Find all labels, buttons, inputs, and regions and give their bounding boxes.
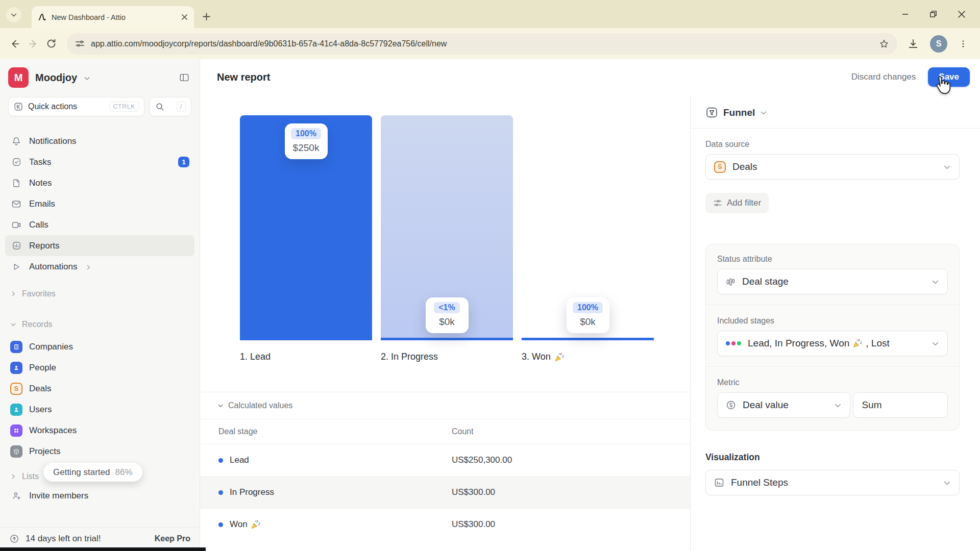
collapse-sidebar-icon[interactable] (179, 72, 189, 83)
back-button[interactable] (9, 38, 20, 49)
table-row[interactable]: Lead US$250,300.00 (200, 444, 690, 476)
funnel-step-lead[interactable]: 100% $250k 1. Lead (240, 115, 372, 362)
conversion-percent: 100% (291, 128, 321, 139)
sidebar-item-users[interactable]: Users (5, 399, 194, 420)
funnel-value-badge: 100% $0k (567, 297, 609, 333)
browser-toolbar: app.attio.com/moodjoycorp/reports/dashbo… (0, 28, 980, 59)
sidebar-item-invite-members[interactable]: Invite members (5, 485, 194, 506)
funnel-bar[interactable]: <1% $0k (381, 115, 513, 340)
page-title: New report (217, 71, 270, 83)
report-type-selector[interactable]: Funnel (691, 102, 980, 129)
discard-changes-button[interactable]: Discard changes (851, 72, 916, 82)
sidebar-item-label: People (29, 363, 56, 373)
upgrade-icon (9, 534, 19, 544)
conversion-percent: <1% (434, 302, 459, 313)
stage-axis-label: 3. Won (522, 352, 654, 362)
chevron-down-icon (10, 321, 16, 328)
sidebar-item-automations[interactable]: Automations (5, 256, 194, 277)
browser-profile-avatar[interactable]: S (930, 35, 947, 53)
sidebar-item-notifications[interactable]: Notifications (5, 131, 194, 152)
data-source-select[interactable]: S Deals (705, 154, 960, 180)
status-attribute-value: Deal stage (742, 276, 789, 287)
table-row[interactable]: Won US$300.00 (200, 508, 690, 540)
users-icon (10, 404, 22, 416)
forward-button[interactable] (28, 38, 39, 49)
stage-axis-label: 1. Lead (240, 352, 372, 362)
metric-label: Metric (717, 378, 948, 387)
sidebar-item-companies[interactable]: Companies (5, 336, 194, 357)
funnel-config-card: Status attribute Deal stage Included sta… (705, 244, 960, 431)
bookmark-star-icon[interactable] (879, 39, 889, 49)
browser-tab[interactable]: New Dashboard - Attio (32, 6, 194, 28)
table-row[interactable]: In Progress US$300.00 (200, 476, 690, 508)
sidebar-section-records[interactable]: Records (0, 302, 200, 332)
visualization-label: Visualization (705, 452, 960, 463)
funnel-fill-bar (381, 338, 513, 340)
funnel-bar[interactable]: 100% $250k (240, 115, 372, 340)
sidebar-item-label: Emails (29, 199, 55, 209)
funnel-step-won[interactable]: 100% $0k 3. Won (522, 115, 654, 362)
envelope-icon (10, 199, 22, 209)
tab-search-button[interactable] (6, 7, 21, 22)
keep-pro-button[interactable]: Keep Pro (155, 534, 190, 543)
restore-button[interactable] (929, 10, 937, 18)
included-stages-value: Lead, In Progress, Won , Lost (748, 338, 890, 349)
funnel-step-in-progress[interactable]: <1% $0k 2. In Progress (381, 115, 513, 362)
chevron-down-icon (932, 278, 939, 286)
sidebar-item-people[interactable]: People (5, 357, 194, 378)
getting-started-label: Getting started (53, 467, 110, 478)
party-popper-emoji (852, 338, 863, 348)
funnel-bar[interactable]: 100% $0k (522, 115, 654, 340)
right-column: New report Discard changes Save (200, 59, 980, 551)
sidebar-item-label: Workspaces (29, 425, 77, 436)
divider (706, 366, 959, 367)
workspace-avatar: M (8, 67, 29, 88)
funnel-chart: 100% $250k 1. Lead <1% (200, 95, 690, 362)
close-window-button[interactable] (958, 10, 966, 18)
site-info-icon[interactable] (75, 39, 85, 48)
sidebar-item-tasks[interactable]: Tasks 1 (5, 152, 194, 172)
included-stages-select[interactable]: Lead, In Progress, Won , Lost (717, 331, 948, 356)
column-deal-stage: Deal stage (218, 427, 452, 436)
sidebar-item-projects[interactable]: Projects (5, 441, 194, 462)
calculated-values-toggle[interactable]: Calculated values (200, 392, 690, 419)
visualization-select[interactable]: Funnel Steps (705, 470, 960, 495)
sidebar-item-reports[interactable]: Reports (5, 235, 194, 256)
status-attribute-select[interactable]: Deal stage (717, 269, 948, 294)
sidebar-item-workspaces[interactable]: Workspaces (5, 420, 194, 441)
sidebar-item-label: Notifications (29, 136, 77, 146)
screen-edge-artifact (0, 547, 206, 551)
minimize-button[interactable] (901, 10, 909, 18)
new-tab-button[interactable] (202, 12, 211, 21)
sidebar-item-emails[interactable]: Emails (5, 193, 194, 214)
tab-close-icon[interactable] (181, 14, 188, 20)
metric-attribute-select[interactable]: Deal value (717, 392, 850, 418)
url-bar[interactable]: app.attio.com/moodjoycorp/reports/dashbo… (67, 33, 897, 55)
stage-name: Won (230, 519, 261, 530)
metric-aggregation-select[interactable]: Sum (853, 392, 948, 418)
sidebar-item-deals[interactable]: S Deals (5, 378, 194, 399)
quick-actions-button[interactable]: Quick actions CTRLK (8, 97, 144, 116)
metric-aggregation-value: Sum (862, 399, 881, 411)
sidebar-item-calls[interactable]: Calls (5, 214, 194, 235)
sidebar-item-label: Notes (29, 178, 52, 188)
browser-menu-icon[interactable] (959, 39, 968, 48)
downloads-icon[interactable] (908, 38, 919, 49)
currency-icon (726, 400, 736, 410)
add-filter-button[interactable]: Add filter (705, 193, 769, 213)
sidebar-item-notes[interactable]: Notes (5, 172, 194, 193)
sidebar-item-label: Calls (29, 220, 48, 230)
companies-icon (10, 341, 22, 353)
window-controls (901, 10, 980, 18)
workspaces-icon (10, 424, 22, 437)
sidebar-section-favorites[interactable]: Favorites (0, 277, 200, 302)
url-text[interactable]: app.attio.com/moodjoycorp/reports/dashbo… (91, 39, 873, 48)
party-popper-emoji (251, 519, 261, 530)
stage-count: US$250,300.00 (452, 455, 512, 465)
getting-started-pill[interactable]: Getting started 86% (43, 463, 142, 482)
reload-button[interactable] (46, 38, 57, 49)
search-button[interactable]: / (150, 97, 191, 116)
workspace-switcher[interactable]: M Moodjoy (0, 59, 200, 93)
quick-actions-label: Quick actions (28, 102, 105, 111)
search-icon (155, 102, 164, 111)
